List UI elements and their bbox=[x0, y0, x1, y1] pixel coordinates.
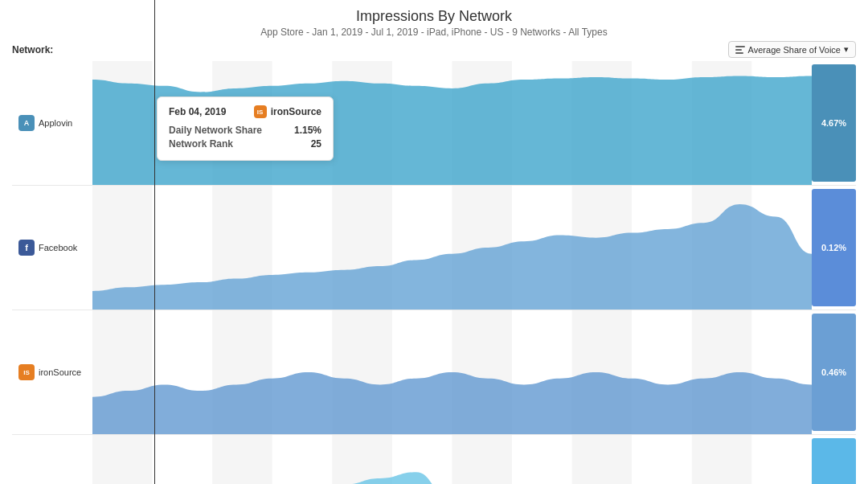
ironsource-icon: IS bbox=[18, 364, 35, 380]
svg-rect-38 bbox=[212, 435, 272, 484]
svg-rect-44 bbox=[572, 435, 633, 484]
tooltip: Feb 04, 2019 IS ironSource Daily Network… bbox=[157, 96, 334, 161]
chart-label-ironsource: IS ironSource bbox=[12, 310, 92, 434]
header: Impressions By Network App Store - Jan 1… bbox=[12, 8, 856, 38]
svg-rect-47 bbox=[751, 435, 812, 484]
chart-svg-mopub bbox=[92, 435, 812, 484]
avg-share-label: Average Share of Voice bbox=[748, 45, 841, 55]
tooltip-network: IS ironSource bbox=[254, 105, 321, 118]
charts-area: A Applovin 4.67% f Facebook 0.12% IS bbox=[12, 61, 856, 484]
tooltip-val-1: 1.15% bbox=[294, 125, 321, 136]
svg-rect-40 bbox=[332, 435, 392, 484]
page-container: Impressions By Network App Store - Jan 1… bbox=[0, 0, 868, 484]
network-label: Network: bbox=[12, 44, 53, 55]
chart-svg-facebook bbox=[92, 186, 812, 310]
svg-rect-45 bbox=[632, 435, 692, 484]
tooltip-row-1: Daily Network Share 1.15% bbox=[169, 125, 321, 136]
chart-label-mopub: m Mopub bbox=[12, 435, 92, 484]
tooltip-val-2: 25 bbox=[311, 138, 321, 150]
network-name-applovin: Applovin bbox=[39, 118, 72, 128]
tooltip-date: Feb 04, 2019 bbox=[169, 106, 226, 117]
tooltip-key-2: Network Rank bbox=[169, 138, 233, 150]
svg-rect-39 bbox=[272, 435, 333, 484]
chart-value-applovin: 4.67% bbox=[812, 64, 856, 182]
toolbar: Network: Average Share of Voice ▾ bbox=[12, 41, 856, 58]
applovin-icon: A bbox=[18, 115, 35, 131]
chart-row-applovin: A Applovin 4.67% bbox=[12, 61, 856, 186]
tooltip-network-name: ironSource bbox=[271, 106, 321, 117]
svg-rect-37 bbox=[153, 435, 213, 484]
chart-svg-ironsource bbox=[92, 310, 812, 434]
chart-row-mopub: m Mopub 1.30% bbox=[12, 435, 856, 484]
svg-rect-46 bbox=[692, 435, 752, 484]
network-name-ironsource: ironSource bbox=[39, 367, 81, 377]
chart-value-ironsource: 0.46% bbox=[812, 314, 856, 431]
chart-label-facebook: f Facebook bbox=[12, 186, 92, 310]
page-title: Impressions By Network bbox=[12, 8, 856, 25]
tooltip-header: Feb 04, 2019 IS ironSource bbox=[169, 105, 321, 118]
avg-share-button[interactable]: Average Share of Voice ▾ bbox=[728, 41, 856, 58]
chart-row-ironsource: IS ironSource 0.46% bbox=[12, 310, 856, 435]
svg-rect-42 bbox=[452, 435, 513, 484]
chart-value-facebook: 0.12% bbox=[812, 189, 856, 306]
tooltip-network-icon: IS bbox=[254, 105, 267, 118]
lines-icon bbox=[735, 46, 745, 54]
tooltip-key-1: Daily Network Share bbox=[169, 125, 262, 136]
chart-row-facebook: f Facebook 0.12% bbox=[12, 186, 856, 310]
svg-rect-43 bbox=[512, 435, 572, 484]
network-name-facebook: Facebook bbox=[39, 243, 77, 252]
chevron-down-icon: ▾ bbox=[844, 44, 849, 55]
svg-rect-36 bbox=[92, 435, 153, 484]
page-subtitle: App Store - Jan 1, 2019 - Jul 1, 2019 - … bbox=[12, 27, 856, 38]
chart-label-applovin: A Applovin bbox=[12, 61, 92, 185]
chart-value-mopub: 1.30% bbox=[812, 438, 856, 484]
facebook-icon: f bbox=[18, 240, 35, 256]
tooltip-row-2: Network Rank 25 bbox=[169, 138, 321, 150]
